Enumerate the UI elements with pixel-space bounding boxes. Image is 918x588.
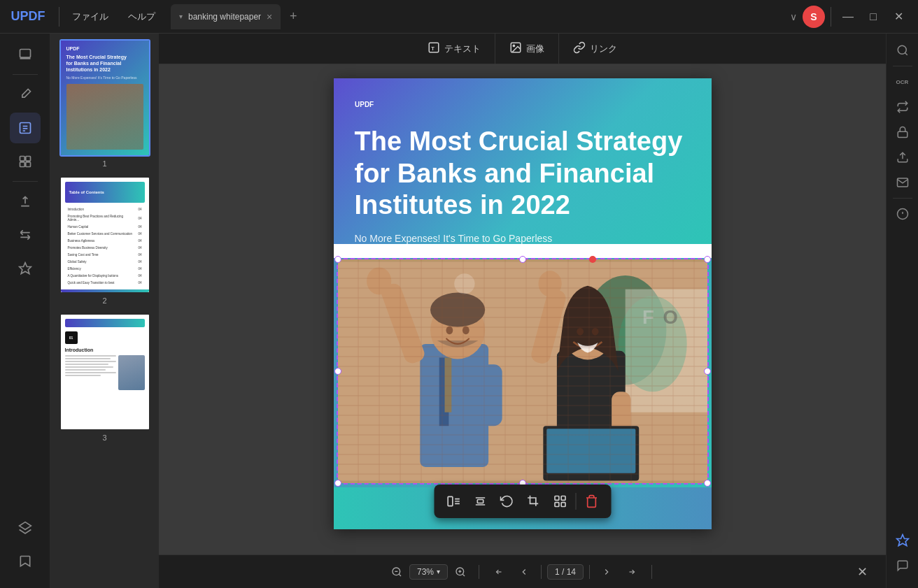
menu-help[interactable]: ヘルプ: [118, 0, 165, 33]
svg-line-59: [462, 574, 465, 576]
link-tool-button[interactable]: リンク: [559, 34, 631, 64]
cover-subtitle: No More Expenses! It's Time to Go Paperl…: [355, 233, 691, 244]
img-align-center-btn[interactable]: [467, 489, 493, 514]
zoom-control: 73% ▾: [387, 562, 470, 582]
export-panel-icon[interactable]: [10, 186, 41, 217]
layers-icon[interactable]: [10, 512, 41, 543]
thumb-num-1: 1: [102, 159, 106, 168]
thumb-img-3[interactable]: 01 Introduction: [59, 313, 150, 431]
thumb1-sub: No More Expenses! It's Time to Go Paperl…: [66, 76, 143, 80]
link-tool-icon: [573, 41, 586, 57]
img-crop-btn[interactable]: [521, 489, 546, 514]
bottom-bar: 73% ▾ 1 / 14: [159, 554, 886, 588]
selection-handle-bl[interactable]: [334, 480, 341, 487]
image-tool-button[interactable]: 画像: [495, 34, 559, 64]
nav-divider-1: [479, 565, 479, 579]
text-tool-icon: T: [428, 41, 440, 57]
bookmark-icon[interactable]: [10, 546, 41, 577]
r-sidebar-divider-1: [893, 66, 912, 66]
cover-logo: UPDF: [355, 99, 691, 112]
thumb-img-1[interactable]: UPDF The Most Crucial Strategyfor Banks …: [59, 39, 150, 157]
ocr-icon[interactable]: OCR: [891, 71, 914, 93]
image-tool-icon: [509, 41, 522, 57]
selection-handle-tl[interactable]: [334, 256, 341, 263]
dropdown-chevron[interactable]: ∨: [784, 11, 803, 22]
app-logo: UPDF: [0, 0, 56, 33]
zoom-in-button[interactable]: [451, 562, 470, 582]
img-replace-btn[interactable]: [547, 489, 572, 514]
prev-page-button[interactable]: [513, 561, 535, 583]
svg-rect-7: [25, 157, 30, 162]
page-indicator: 1 / 14: [547, 564, 584, 580]
next-page-button[interactable]: [595, 561, 618, 583]
nav-divider-4: [651, 565, 652, 579]
text-tool-label: テキスト: [444, 43, 481, 55]
left-sidebar: [0, 34, 50, 588]
avatar[interactable]: S: [803, 6, 825, 28]
close-button[interactable]: ✕: [887, 6, 910, 28]
thumbnail-page-2[interactable]: Table of Contents Introduction04 Promoti…: [56, 176, 154, 305]
convert-right-icon[interactable]: [891, 96, 914, 118]
link-tool-label: リンク: [590, 43, 617, 55]
tab-add-button[interactable]: +: [283, 7, 303, 27]
last-page-button[interactable]: [621, 561, 643, 583]
img-delete-btn[interactable]: [579, 489, 604, 514]
img-rotate-btn[interactable]: [494, 489, 519, 514]
ai-panel-icon[interactable]: [10, 253, 41, 284]
selection-handle-tm[interactable]: [519, 256, 526, 263]
thumbnail-page-1[interactable]: UPDF The Most Crucial Strategyfor Banks …: [56, 39, 154, 168]
thumb-img-2[interactable]: Table of Contents Introduction04 Promoti…: [59, 176, 150, 294]
selection-handle-mr[interactable]: [704, 368, 711, 375]
menu-file[interactable]: ファイル: [62, 0, 118, 33]
search-right-icon[interactable]: [891, 39, 914, 62]
tab-close-button[interactable]: ×: [267, 11, 272, 22]
photo-container[interactable]: F O: [334, 258, 712, 529]
maximize-button[interactable]: □: [862, 6, 884, 28]
toc-header-text: Table of Contents: [69, 190, 104, 194]
comment-right-icon[interactable]: [891, 554, 914, 577]
annotate-panel-icon[interactable]: [10, 79, 41, 110]
protect-right-icon[interactable]: [891, 121, 914, 143]
zoom-value: 73%: [417, 567, 434, 577]
thumb1-photo: [66, 84, 143, 150]
svg-text:UPDF: UPDF: [355, 101, 374, 108]
thumbnail-page-3[interactable]: 01 Introduction: [56, 313, 154, 442]
img-align-left-btn[interactable]: [441, 489, 466, 514]
svg-rect-53: [555, 502, 559, 506]
first-page-button[interactable]: [488, 561, 510, 583]
selection-handle-reddot[interactable]: [589, 256, 596, 263]
thumb1-title: The Most Crucial Strategyfor Banks and F…: [66, 54, 143, 73]
ai-right-icon[interactable]: [891, 529, 914, 552]
svg-marker-71: [896, 535, 908, 546]
zoom-level-display[interactable]: 73% ▾: [409, 564, 448, 580]
nav-divider-3: [589, 565, 590, 579]
pdf-canvas[interactable]: UPDF The Most Crucial Strategy for Banks…: [159, 64, 886, 554]
tab-banking-whitepaper[interactable]: ▾ banking whitepaper ×: [171, 4, 281, 29]
selection-handle-ml[interactable]: [334, 368, 341, 375]
close-nav-button[interactable]: ✕: [852, 562, 872, 582]
mail-right-icon[interactable]: [891, 171, 914, 194]
text-tool-button[interactable]: T テキスト: [414, 34, 495, 64]
selection-handle-br[interactable]: [704, 480, 711, 487]
img-toolbar-divider: [575, 493, 576, 510]
svg-rect-54: [561, 502, 565, 506]
convert-panel-icon[interactable]: [10, 220, 41, 250]
thumbnail-panel: UPDF The Most Crucial Strategyfor Banks …: [50, 34, 159, 588]
edit-panel-icon[interactable]: [10, 113, 41, 143]
thumb-num-2: 2: [102, 296, 106, 305]
share-right-icon[interactable]: [891, 146, 914, 168]
minimize-button[interactable]: —: [837, 6, 859, 28]
page-separator: /: [562, 567, 567, 577]
page-current: 1: [555, 567, 560, 577]
tab-dropdown-icon[interactable]: ▾: [179, 13, 183, 20]
thumb3-numbox: 01: [65, 331, 78, 344]
pages-panel-icon[interactable]: [10, 39, 41, 70]
svg-line-56: [399, 574, 401, 576]
save-right-icon[interactable]: [891, 203, 914, 225]
avatar-divider: [831, 7, 831, 27]
svg-line-65: [905, 52, 907, 55]
zoom-out-button[interactable]: [387, 562, 407, 582]
organize-panel-icon[interactable]: [10, 146, 41, 177]
selection-handle-tr[interactable]: [704, 256, 711, 263]
business-photo: F O: [338, 259, 707, 483]
